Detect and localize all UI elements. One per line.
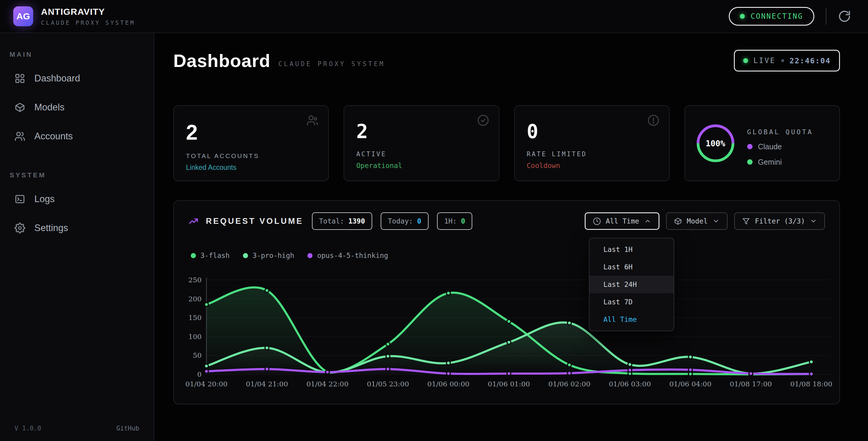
today-chip: Today: 0 [381,212,429,230]
check-circle-icon [477,114,489,126]
data-point-3-flash[interactable] [205,302,209,306]
data-point-3-pro-high[interactable] [265,346,269,350]
data-point-opus-4-5-thinking[interactable] [567,371,571,375]
header-divider [826,8,827,25]
funnel-icon [742,217,750,225]
data-point-3-flash[interactable] [386,342,390,346]
brand: AG ANTIGRAVITY CLAUDE PROXY SYSTEM [13,6,135,26]
data-point-3-flash[interactable] [446,291,450,295]
data-point-3-flash[interactable] [265,289,269,293]
x-tick-label: 01/08 18:00 [790,380,832,388]
total-chip: Total: 1390 [312,212,372,230]
main-content: Dashboard CLAUDE PROXY SYSTEM LIVE 22:46… [154,33,868,441]
separator-dot-icon [781,59,784,62]
total-value: 1390 [348,217,365,225]
time-range-button[interactable]: All Time [585,212,659,230]
data-point-opus-4-5-thinking[interactable] [628,368,632,372]
sidebar-item-models[interactable]: Models [0,99,154,115]
y-tick-label: 250 [188,276,202,284]
stat-card-total-accounts: 2 TOTAL ACCOUNTS Linked Accounts [173,105,329,181]
live-dot-icon [743,58,748,63]
series-dot-icon [243,253,248,258]
data-point-opus-4-5-thinking[interactable] [507,372,511,376]
sidebar-section-system: SYSTEM [0,171,154,179]
legend-item-opus-4-5-thinking[interactable]: opus-4-5-thinking [307,252,388,259]
refresh-button[interactable] [838,10,851,23]
sidebar: MAIN Dashboard Models Accounts SYSTEM Lo… [0,33,154,441]
model-filter-button[interactable]: Model [666,212,727,230]
y-tick-label: 200 [188,295,202,303]
x-tick-label: 01/04 22:00 [306,380,348,388]
data-point-3-pro-high[interactable] [205,364,209,368]
dropdown-item-last-1h[interactable]: Last 1H [590,241,674,258]
sidebar-item-label: Settings [34,223,68,233]
sidebar-section-main: MAIN [0,51,154,59]
connection-status-label: CONNECTING [751,12,804,21]
x-tick-label: 01/06 01:00 [488,380,530,388]
users-icon [14,131,25,142]
data-point-3-pro-high[interactable] [446,361,450,365]
sidebar-item-label: Logs [34,194,55,205]
request-volume-card: REQUEST VOLUME Total: 1390 Today: 0 1H: … [173,200,840,405]
data-point-3-flash[interactable] [567,363,571,367]
stat-value: 2 [356,120,487,143]
data-point-opus-4-5-thinking[interactable] [446,372,450,376]
x-tick-label: 01/05 23:00 [367,380,409,388]
sidebar-item-settings[interactable]: Settings [0,220,154,236]
data-point-3-pro-high[interactable] [386,354,390,358]
data-point-opus-4-5-thinking[interactable] [386,367,390,371]
refresh-icon [838,10,851,23]
data-point-opus-4-5-thinking[interactable] [749,372,753,376]
today-value: 0 [417,217,421,225]
dropdown-item-last-7d[interactable]: Last 7D [590,293,674,311]
grid-icon [14,73,25,84]
terminal-icon [14,194,25,205]
one-hour-value: 0 [461,217,465,225]
data-point-3-pro-high[interactable] [809,360,813,364]
live-label: LIVE [753,56,776,65]
data-point-3-flash[interactable] [507,319,511,323]
data-point-opus-4-5-thinking[interactable] [265,367,269,371]
sidebar-item-accounts[interactable]: Accounts [0,128,154,144]
stat-label: TOTAL ACCOUNTS [186,152,316,159]
dropdown-item-last-24h[interactable]: Last 24H [590,276,674,293]
stat-card-rate-limited: 0 RATE LIMITED Cooldown [514,105,670,181]
filter-button[interactable]: Filter (3/3) [734,212,825,230]
series-dot-icon [307,253,313,258]
stat-sublabel: Cooldown [527,162,657,170]
app-logo: AG [13,6,33,26]
gemini-dot-icon [747,159,752,165]
x-tick-label: 01/06 00:00 [427,380,470,388]
dropdown-item-all-time[interactable]: All Time [590,311,674,328]
page-title: Dashboard [173,50,270,71]
stat-card-active: 2 ACTIVE Operational [344,105,499,181]
sidebar-item-dashboard[interactable]: Dashboard [0,70,154,86]
data-point-3-pro-high[interactable] [567,321,571,325]
data-point-3-flash[interactable] [688,372,692,376]
legend-item-3-flash[interactable]: 3-flash [191,252,230,259]
app-name: ANTIGRAVITY [41,7,135,17]
chevron-up-icon [644,217,651,225]
data-point-opus-4-5-thinking[interactable] [205,369,209,373]
sidebar-item-logs[interactable]: Logs [0,191,154,207]
data-point-3-pro-high[interactable] [507,340,511,344]
package-icon [674,217,682,225]
dropdown-item-last-6h[interactable]: Last 6H [590,258,674,276]
alert-circle-icon [647,114,659,126]
y-tick-label: 0 [197,371,202,378]
stat-sublabel: Linked Accounts [186,164,316,172]
chevron-down-icon [810,217,817,225]
github-link[interactable]: GitHub [116,425,139,432]
app-root: AG ANTIGRAVITY CLAUDE PROXY SYSTEM CONNE… [0,0,868,441]
stat-label: ACTIVE [356,150,487,158]
x-tick-label: 01/06 02:00 [548,380,590,388]
chevron-down-icon [712,217,720,225]
data-point-opus-4-5-thinking[interactable] [326,370,330,374]
data-point-opus-4-5-thinking[interactable] [809,372,813,376]
quota-legend-gemini: Gemini [747,158,813,167]
data-point-3-pro-high[interactable] [628,362,632,366]
data-point-opus-4-5-thinking[interactable] [688,368,692,372]
legend-item-3-pro-high[interactable]: 3-pro-high [243,252,294,259]
data-point-3-pro-high[interactable] [688,355,692,359]
gear-icon [14,223,25,233]
